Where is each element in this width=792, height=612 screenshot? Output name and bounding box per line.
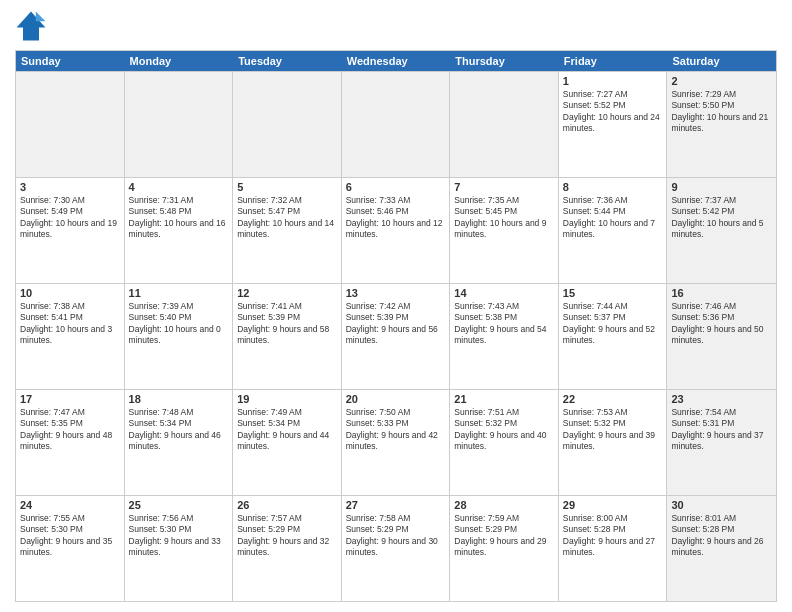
- calendar-cell-empty-0-0: [16, 72, 125, 177]
- day-info: Sunrise: 7:53 AM Sunset: 5:32 PM Dayligh…: [563, 407, 663, 453]
- header-day-saturday: Saturday: [667, 51, 776, 71]
- day-number: 13: [346, 287, 446, 299]
- day-info: Sunrise: 7:33 AM Sunset: 5:46 PM Dayligh…: [346, 195, 446, 241]
- calendar-cell-1: 1Sunrise: 7:27 AM Sunset: 5:52 PM Daylig…: [559, 72, 668, 177]
- day-info: Sunrise: 7:37 AM Sunset: 5:42 PM Dayligh…: [671, 195, 772, 241]
- calendar-row-1: 3Sunrise: 7:30 AM Sunset: 5:49 PM Daylig…: [16, 177, 776, 283]
- header: [15, 10, 777, 42]
- day-info: Sunrise: 7:30 AM Sunset: 5:49 PM Dayligh…: [20, 195, 120, 241]
- calendar-cell-2: 2Sunrise: 7:29 AM Sunset: 5:50 PM Daylig…: [667, 72, 776, 177]
- day-info: Sunrise: 7:59 AM Sunset: 5:29 PM Dayligh…: [454, 513, 554, 559]
- day-info: Sunrise: 7:31 AM Sunset: 5:48 PM Dayligh…: [129, 195, 229, 241]
- header-day-friday: Friday: [559, 51, 668, 71]
- day-number: 28: [454, 499, 554, 511]
- day-info: Sunrise: 8:00 AM Sunset: 5:28 PM Dayligh…: [563, 513, 663, 559]
- header-day-sunday: Sunday: [16, 51, 125, 71]
- day-info: Sunrise: 7:48 AM Sunset: 5:34 PM Dayligh…: [129, 407, 229, 453]
- calendar-cell-30: 30Sunrise: 8:01 AM Sunset: 5:28 PM Dayli…: [667, 496, 776, 601]
- calendar-cell-3: 3Sunrise: 7:30 AM Sunset: 5:49 PM Daylig…: [16, 178, 125, 283]
- calendar-cell-28: 28Sunrise: 7:59 AM Sunset: 5:29 PM Dayli…: [450, 496, 559, 601]
- day-info: Sunrise: 7:36 AM Sunset: 5:44 PM Dayligh…: [563, 195, 663, 241]
- calendar-cell-16: 16Sunrise: 7:46 AM Sunset: 5:36 PM Dayli…: [667, 284, 776, 389]
- calendar-cell-10: 10Sunrise: 7:38 AM Sunset: 5:41 PM Dayli…: [16, 284, 125, 389]
- calendar-cell-19: 19Sunrise: 7:49 AM Sunset: 5:34 PM Dayli…: [233, 390, 342, 495]
- day-number: 10: [20, 287, 120, 299]
- calendar-cell-20: 20Sunrise: 7:50 AM Sunset: 5:33 PM Dayli…: [342, 390, 451, 495]
- day-number: 12: [237, 287, 337, 299]
- calendar-cell-9: 9Sunrise: 7:37 AM Sunset: 5:42 PM Daylig…: [667, 178, 776, 283]
- day-number: 15: [563, 287, 663, 299]
- calendar-row-0: 1Sunrise: 7:27 AM Sunset: 5:52 PM Daylig…: [16, 71, 776, 177]
- day-info: Sunrise: 7:27 AM Sunset: 5:52 PM Dayligh…: [563, 89, 663, 135]
- day-info: Sunrise: 7:32 AM Sunset: 5:47 PM Dayligh…: [237, 195, 337, 241]
- calendar: SundayMondayTuesdayWednesdayThursdayFrid…: [15, 50, 777, 602]
- day-number: 22: [563, 393, 663, 405]
- calendar-cell-18: 18Sunrise: 7:48 AM Sunset: 5:34 PM Dayli…: [125, 390, 234, 495]
- day-number: 6: [346, 181, 446, 193]
- day-number: 18: [129, 393, 229, 405]
- day-number: 17: [20, 393, 120, 405]
- calendar-header: SundayMondayTuesdayWednesdayThursdayFrid…: [16, 51, 776, 71]
- day-info: Sunrise: 7:42 AM Sunset: 5:39 PM Dayligh…: [346, 301, 446, 347]
- calendar-cell-17: 17Sunrise: 7:47 AM Sunset: 5:35 PM Dayli…: [16, 390, 125, 495]
- calendar-cell-empty-0-4: [450, 72, 559, 177]
- day-number: 20: [346, 393, 446, 405]
- header-day-tuesday: Tuesday: [233, 51, 342, 71]
- day-number: 3: [20, 181, 120, 193]
- day-info: Sunrise: 7:41 AM Sunset: 5:39 PM Dayligh…: [237, 301, 337, 347]
- day-info: Sunrise: 7:39 AM Sunset: 5:40 PM Dayligh…: [129, 301, 229, 347]
- svg-marker-0: [17, 12, 46, 41]
- day-info: Sunrise: 7:54 AM Sunset: 5:31 PM Dayligh…: [671, 407, 772, 453]
- day-info: Sunrise: 7:35 AM Sunset: 5:45 PM Dayligh…: [454, 195, 554, 241]
- calendar-cell-23: 23Sunrise: 7:54 AM Sunset: 5:31 PM Dayli…: [667, 390, 776, 495]
- calendar-cell-14: 14Sunrise: 7:43 AM Sunset: 5:38 PM Dayli…: [450, 284, 559, 389]
- calendar-cell-12: 12Sunrise: 7:41 AM Sunset: 5:39 PM Dayli…: [233, 284, 342, 389]
- calendar-cell-27: 27Sunrise: 7:58 AM Sunset: 5:29 PM Dayli…: [342, 496, 451, 601]
- day-info: Sunrise: 7:43 AM Sunset: 5:38 PM Dayligh…: [454, 301, 554, 347]
- calendar-cell-22: 22Sunrise: 7:53 AM Sunset: 5:32 PM Dayli…: [559, 390, 668, 495]
- day-number: 21: [454, 393, 554, 405]
- day-number: 1: [563, 75, 663, 87]
- day-info: Sunrise: 7:46 AM Sunset: 5:36 PM Dayligh…: [671, 301, 772, 347]
- day-number: 14: [454, 287, 554, 299]
- day-info: Sunrise: 8:01 AM Sunset: 5:28 PM Dayligh…: [671, 513, 772, 559]
- calendar-cell-7: 7Sunrise: 7:35 AM Sunset: 5:45 PM Daylig…: [450, 178, 559, 283]
- day-number: 25: [129, 499, 229, 511]
- day-number: 9: [671, 181, 772, 193]
- day-info: Sunrise: 7:57 AM Sunset: 5:29 PM Dayligh…: [237, 513, 337, 559]
- day-number: 11: [129, 287, 229, 299]
- day-number: 29: [563, 499, 663, 511]
- day-number: 26: [237, 499, 337, 511]
- day-info: Sunrise: 7:51 AM Sunset: 5:32 PM Dayligh…: [454, 407, 554, 453]
- calendar-cell-8: 8Sunrise: 7:36 AM Sunset: 5:44 PM Daylig…: [559, 178, 668, 283]
- day-info: Sunrise: 7:55 AM Sunset: 5:30 PM Dayligh…: [20, 513, 120, 559]
- day-number: 5: [237, 181, 337, 193]
- calendar-cell-empty-0-3: [342, 72, 451, 177]
- calendar-cell-4: 4Sunrise: 7:31 AM Sunset: 5:48 PM Daylig…: [125, 178, 234, 283]
- calendar-row-2: 10Sunrise: 7:38 AM Sunset: 5:41 PM Dayli…: [16, 283, 776, 389]
- calendar-body: 1Sunrise: 7:27 AM Sunset: 5:52 PM Daylig…: [16, 71, 776, 601]
- calendar-cell-6: 6Sunrise: 7:33 AM Sunset: 5:46 PM Daylig…: [342, 178, 451, 283]
- day-number: 8: [563, 181, 663, 193]
- day-info: Sunrise: 7:50 AM Sunset: 5:33 PM Dayligh…: [346, 407, 446, 453]
- day-number: 30: [671, 499, 772, 511]
- calendar-cell-empty-0-2: [233, 72, 342, 177]
- calendar-cell-21: 21Sunrise: 7:51 AM Sunset: 5:32 PM Dayli…: [450, 390, 559, 495]
- day-info: Sunrise: 7:56 AM Sunset: 5:30 PM Dayligh…: [129, 513, 229, 559]
- day-number: 2: [671, 75, 772, 87]
- calendar-row-3: 17Sunrise: 7:47 AM Sunset: 5:35 PM Dayli…: [16, 389, 776, 495]
- calendar-cell-29: 29Sunrise: 8:00 AM Sunset: 5:28 PM Dayli…: [559, 496, 668, 601]
- page: SundayMondayTuesdayWednesdayThursdayFrid…: [0, 0, 792, 612]
- day-info: Sunrise: 7:58 AM Sunset: 5:29 PM Dayligh…: [346, 513, 446, 559]
- calendar-cell-empty-0-1: [125, 72, 234, 177]
- calendar-cell-5: 5Sunrise: 7:32 AM Sunset: 5:47 PM Daylig…: [233, 178, 342, 283]
- header-day-monday: Monday: [125, 51, 234, 71]
- day-number: 24: [20, 499, 120, 511]
- day-number: 23: [671, 393, 772, 405]
- day-number: 4: [129, 181, 229, 193]
- calendar-cell-15: 15Sunrise: 7:44 AM Sunset: 5:37 PM Dayli…: [559, 284, 668, 389]
- calendar-cell-26: 26Sunrise: 7:57 AM Sunset: 5:29 PM Dayli…: [233, 496, 342, 601]
- day-number: 16: [671, 287, 772, 299]
- svg-marker-1: [36, 12, 46, 22]
- day-info: Sunrise: 7:49 AM Sunset: 5:34 PM Dayligh…: [237, 407, 337, 453]
